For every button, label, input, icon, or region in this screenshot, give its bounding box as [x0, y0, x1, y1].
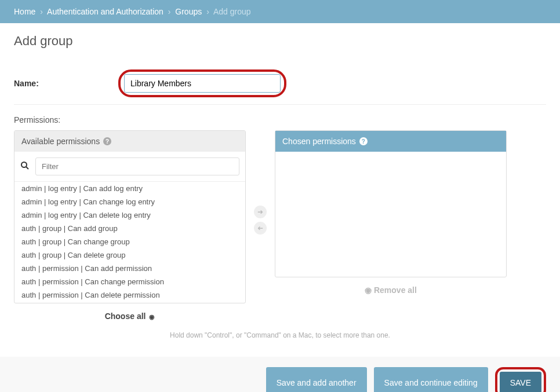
permission-item[interactable]: admin | log entry | Can change log entry [14, 195, 245, 208]
permission-item[interactable]: auth | permission | Can change permissio… [14, 275, 245, 288]
chosen-permissions-panel: Chosen permissions ? [275, 130, 507, 277]
permission-item[interactable]: auth | user | Can add user [14, 302, 245, 303]
move-left-button[interactable]: ➜ [254, 222, 267, 235]
permission-item[interactable]: auth | group | Can delete group [14, 248, 245, 262]
available-permissions-title: Available permissions [21, 137, 100, 146]
name-input[interactable] [124, 74, 281, 93]
save-highlight-annotation: SAVE [495, 367, 546, 392]
permissions-label: Permissions: [14, 115, 546, 124]
help-icon[interactable]: ? [359, 137, 368, 145]
name-label: Name: [14, 79, 118, 88]
move-right-button[interactable]: ➜ [254, 206, 267, 218]
page-title: Add group [14, 34, 546, 49]
permission-item[interactable]: auth | permission | Can add permission [14, 262, 245, 275]
search-icon [20, 161, 30, 173]
chosen-permissions-title: Chosen permissions [282, 137, 356, 146]
permission-item[interactable]: auth | group | Can change group [14, 235, 245, 248]
breadcrumb-current: Add group [213, 7, 251, 16]
save-add-another-button[interactable]: Save and add another [266, 367, 367, 392]
svg-point-0 [21, 162, 27, 167]
permissions-help-text: Hold down "Control", or "Command" on a M… [14, 331, 546, 339]
permission-item[interactable]: auth | permission | Can delete permissio… [14, 288, 245, 302]
breadcrumb-separator: › [206, 7, 209, 16]
breadcrumb: Home › Authentication and Authorization … [0, 0, 560, 23]
breadcrumb-auth[interactable]: Authentication and Authorization [47, 7, 163, 16]
permission-item[interactable]: admin | log entry | Can delete log entry [14, 208, 245, 222]
submit-row: Save and add another Save and continue e… [0, 357, 560, 392]
chevron-circle-left-icon: ◉ [365, 285, 372, 295]
available-permissions-header: Available permissions ? [14, 131, 245, 152]
name-highlight-annotation [118, 69, 286, 97]
breadcrumb-home[interactable]: Home [14, 7, 35, 16]
arrow-left-icon: ➜ [257, 224, 263, 232]
svg-line-1 [26, 167, 28, 169]
chosen-permissions-header: Chosen permissions ? [275, 131, 506, 152]
chevron-circle-right-icon: ◉ [149, 313, 155, 320]
choose-all-link[interactable]: Choose all ◉ [14, 303, 246, 323]
permissions-filter-input[interactable] [35, 157, 239, 175]
save-continue-button[interactable]: Save and continue editing [374, 367, 488, 392]
permission-item[interactable]: admin | log entry | Can add log entry [14, 182, 245, 195]
breadcrumb-separator: › [168, 7, 171, 16]
arrow-right-icon: ➜ [257, 208, 263, 216]
remove-all-link[interactable]: ◉ Remove all [275, 277, 507, 297]
chosen-permissions-list[interactable] [275, 152, 506, 277]
available-permissions-panel: Available permissions ? admin | log entr… [14, 130, 246, 303]
available-permissions-list[interactable]: admin | log entry | Can add log entryadm… [14, 181, 245, 303]
breadcrumb-groups[interactable]: Groups [175, 7, 202, 16]
save-button[interactable]: SAVE [500, 372, 541, 392]
permission-item[interactable]: auth | group | Can add group [14, 222, 245, 235]
breadcrumb-separator: › [40, 7, 43, 16]
help-icon[interactable]: ? [103, 137, 111, 145]
